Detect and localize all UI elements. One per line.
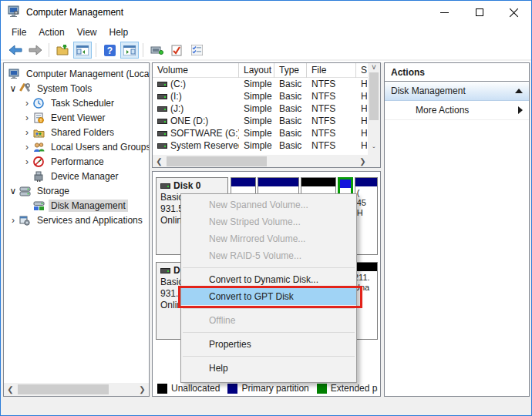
column-header-volume[interactable]: Volume	[153, 63, 239, 78]
show-console-tree-button[interactable]	[73, 42, 92, 59]
back-button[interactable]	[6, 42, 25, 59]
tree-item-local-users-and-groups[interactable]: › Local Users and Groups	[4, 139, 149, 154]
actions-group-disk-management[interactable]: Disk Management	[385, 82, 529, 101]
menu-help[interactable]: Help	[103, 25, 135, 39]
close-icon	[510, 8, 519, 17]
volume-list-vertical-scrollbar[interactable]: ˅ ˇ	[368, 63, 380, 155]
scroll-right-icon[interactable]: ❯	[356, 157, 369, 166]
window-title: Computer Management	[26, 7, 123, 18]
expand-chevron-icon[interactable]: ›	[21, 98, 33, 109]
actions-panel-title: Actions	[385, 63, 529, 82]
scroll-up-icon[interactable]: ˅	[368, 63, 381, 72]
menu-item-properties[interactable]: Properties	[181, 336, 356, 353]
export-folder-icon	[56, 45, 69, 55]
tree-item-label: Storage	[35, 185, 72, 197]
expand-chevron-icon[interactable]: ›	[7, 215, 19, 226]
disk-icon	[160, 268, 170, 273]
menu-view[interactable]: View	[71, 25, 103, 39]
validate-button[interactable]	[167, 42, 186, 59]
volume-row[interactable]: (I:) Simple Basic NTFS H	[153, 90, 380, 102]
console-tree: Computer Management (Local ∨ System Tool…	[4, 66, 149, 227]
scrollbar-thumb[interactable]	[18, 384, 109, 394]
collapse-chevron-icon[interactable]: ∨	[7, 83, 19, 94]
tree-item-shared-folders[interactable]: › Shared Folders	[4, 125, 149, 139]
tree-item-disk-management[interactable]: Disk Management	[4, 198, 149, 213]
console-window-button[interactable]	[147, 42, 166, 59]
forward-button[interactable]	[26, 42, 45, 59]
forward-arrow-icon	[29, 45, 42, 55]
show-action-pane-button[interactable]	[120, 42, 139, 59]
tree-item-device-manager[interactable]: Device Manager	[4, 169, 149, 183]
tree-item-storage[interactable]: ∨ Storage	[4, 183, 149, 198]
column-header-file-system[interactable]: File System	[307, 63, 356, 78]
tree-item-label: Performance	[49, 156, 106, 168]
menu-item-convert-to-gpt-disk[interactable]: Convert to GPT Disk	[181, 288, 356, 305]
back-arrow-icon	[8, 45, 22, 55]
tree-item-system-tools[interactable]: ∨ System Tools	[4, 81, 149, 96]
volume-list-horizontal-scrollbar[interactable]: ❮ ❯	[153, 155, 380, 167]
scroll-down-icon[interactable]: ˇ	[368, 146, 381, 155]
tree-item-label: Task Scheduler	[49, 97, 116, 109]
toolbar: ?	[1, 41, 531, 61]
volume-row[interactable]: SOFTWARE (G:) Simple Basic NTFS H	[153, 127, 380, 139]
menu-separator	[181, 264, 356, 271]
unallocated-swatch	[157, 384, 167, 394]
collapse-chevron-icon[interactable]: ∨	[7, 186, 19, 196]
menu-separator	[181, 305, 356, 312]
column-header-layout[interactable]: Layout	[239, 63, 274, 78]
volume-row[interactable]: (J:) Simple Basic NTFS H	[153, 102, 380, 115]
volume-row[interactable]: ONE (D:) Simple Basic NTFS H	[153, 115, 380, 127]
scrollbar-thumb[interactable]	[167, 156, 267, 166]
menu-item-help[interactable]: Help	[181, 360, 356, 377]
tree-item-performance[interactable]: › Performance	[4, 154, 149, 169]
scroll-left-icon[interactable]: ❮	[4, 385, 17, 394]
help-icon: ?	[104, 45, 116, 56]
task-scheduler-icon	[33, 98, 45, 109]
volume-row[interactable]: System Reserved Simple Basic NTFS H	[153, 139, 380, 152]
properties-button[interactable]	[187, 42, 206, 59]
more-actions-item[interactable]: More Actions	[385, 101, 529, 120]
expand-chevron-icon[interactable]: ›	[21, 156, 33, 167]
primary-partition-swatch	[227, 384, 237, 394]
system-tools-icon	[19, 83, 32, 94]
column-header-status[interactable]: S	[356, 63, 367, 78]
export-list-button[interactable]	[53, 42, 72, 59]
partition[interactable]: ( 45 H	[355, 177, 378, 255]
scroll-right-icon[interactable]: ❯	[136, 385, 149, 394]
menu-file[interactable]: File	[5, 25, 32, 39]
close-button[interactable]	[497, 1, 531, 24]
help-button[interactable]: ?	[100, 42, 119, 59]
console-window-icon	[150, 45, 163, 55]
tree-item-label: Services and Applications	[35, 214, 145, 226]
menu-separator	[181, 329, 356, 336]
performance-icon	[33, 156, 45, 167]
expand-chevron-icon[interactable]: ›	[21, 112, 33, 123]
disk-icon	[160, 183, 170, 189]
tree-item-task-scheduler[interactable]: › Task Scheduler	[4, 96, 149, 110]
column-header-type[interactable]: Type	[274, 63, 307, 78]
tree-item-label: Disk Management	[49, 200, 128, 212]
tree-item-computer-management[interactable]: Computer Management (Local	[4, 66, 149, 81]
menu-action[interactable]: Action	[32, 25, 70, 39]
computer-management-window: Computer Management File Action View Hel…	[0, 0, 532, 416]
toolbar-separator	[96, 43, 96, 57]
services-icon	[19, 215, 32, 226]
menu-item-convert-to-dynamic-disk[interactable]: Convert to Dynamic Disk...	[181, 271, 356, 288]
volume-row[interactable]: (C:) Simple Basic NTFS H	[153, 78, 380, 90]
expand-chevron-icon[interactable]: ›	[21, 142, 33, 153]
volume-icon	[157, 106, 167, 112]
minimize-button[interactable]	[427, 1, 462, 24]
tree-item-services-and-applications[interactable]: › Services and Applications	[4, 213, 149, 227]
volume-icon	[157, 82, 167, 87]
tree-horizontal-scrollbar[interactable]: ❮ ❯	[4, 383, 149, 396]
tree-item-event-viewer[interactable]: › Event Viewer	[4, 110, 149, 125]
expand-chevron-icon[interactable]: ›	[21, 127, 33, 138]
collapse-triangle-icon[interactable]	[515, 89, 523, 93]
show-action-pane-icon	[123, 45, 136, 55]
volume-icon	[157, 143, 167, 149]
scrollbar-thumb[interactable]	[369, 72, 379, 120]
maximize-button[interactable]	[462, 1, 497, 24]
scroll-left-icon[interactable]: ❮	[153, 157, 166, 166]
legend-label: Unallocated	[171, 383, 220, 394]
menu-item-offline: Offline	[181, 312, 356, 329]
